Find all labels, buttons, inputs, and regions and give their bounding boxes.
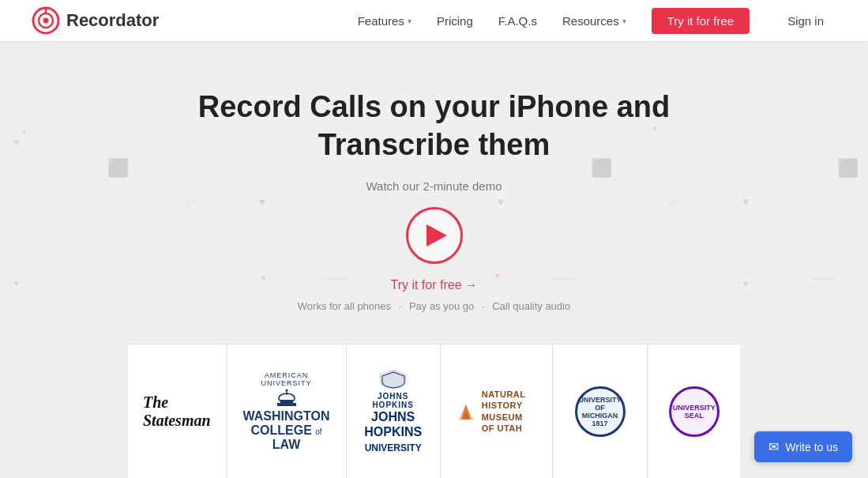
nav-features[interactable]: Features ▾ — [358, 14, 411, 28]
play-triangle-icon — [426, 224, 447, 247]
resources-dropdown-arrow: ▾ — [622, 17, 626, 25]
hero-title: Record Calls on your iPhone and Transcri… — [198, 88, 671, 164]
mail-icon: ✉ — [768, 439, 779, 454]
logo-michigan: UNIVERSITYOF MICHIGAN1817 — [553, 344, 647, 478]
washington-label-top: AMERICAN UNIVERSITY — [243, 371, 330, 387]
hero-features: Works for all phones · Pay as you go · C… — [298, 300, 570, 312]
play-button[interactable] — [406, 207, 463, 264]
hero-cta-link[interactable]: Try it for free→ — [390, 278, 477, 292]
svg-point-8 — [285, 390, 287, 392]
hopkins-shield-icon — [376, 368, 411, 389]
washington-label-main: WASHINGTONCOLLEGE of LAW — [243, 409, 330, 451]
nav-resources[interactable]: Resources ▾ — [562, 14, 626, 28]
main-nav: Features ▾ Pricing F.A.Q.s Resources ▾ T… — [358, 8, 824, 34]
try-it-free-button[interactable]: Try it for free — [652, 8, 750, 34]
logo-text: Recordator — [66, 10, 159, 31]
logo-hopkins: JOHNS HOPKINS JOHNS HOPKINSUNIVERSITY — [347, 344, 441, 478]
seal2-logo: UNIVERSITYSEAL — [669, 386, 720, 437]
natural-history-label: NATURAL HISTORYMUSEUM OF UTAH — [482, 389, 537, 434]
logo-link[interactable]: Recordator — [32, 6, 159, 35]
logos-section: The Statesman AMERICAN UNIVERSITY WASHIN… — [126, 344, 742, 478]
statesman-logo-text: The Statesman — [143, 393, 211, 430]
hero-subtitle: Watch our 2-minute demo — [366, 179, 502, 193]
natural-history-logo-icon — [457, 397, 475, 427]
sign-in-button[interactable]: Sign in — [787, 14, 824, 28]
nav-faq[interactable]: F.A.Q.s — [498, 14, 537, 28]
washington-dome-icon — [274, 389, 299, 408]
features-dropdown-arrow: ▾ — [408, 17, 411, 25]
nav-pricing[interactable]: Pricing — [437, 14, 473, 28]
logo-natural-history: NATURAL HISTORYMUSEUM OF UTAH — [441, 344, 554, 478]
logo-seal2: UNIVERSITYSEAL — [648, 344, 741, 478]
navbar: Recordator Features ▾ Pricing F.A.Q.s Re… — [0, 0, 868, 41]
write-to-us-button[interactable]: ✉ Write to us — [754, 431, 852, 462]
svg-point-2 — [43, 18, 49, 24]
hero-section: ♥ ♥ ♥ ♥ ⬛ ⬛ ⬛ ✦ ✦ ✦ ♥ ♥ ♥ ♥ ✏ ✏ 📊 ● 📊 📊 … — [0, 41, 868, 344]
logo-icon — [32, 6, 60, 35]
logo-statesman: The Statesman — [127, 344, 227, 478]
play-circle — [406, 207, 463, 264]
michigan-seal: UNIVERSITYOF MICHIGAN1817 — [575, 386, 626, 437]
logo-washington: AMERICAN UNIVERSITY WASHINGTONCOLLEGE of… — [227, 344, 347, 478]
